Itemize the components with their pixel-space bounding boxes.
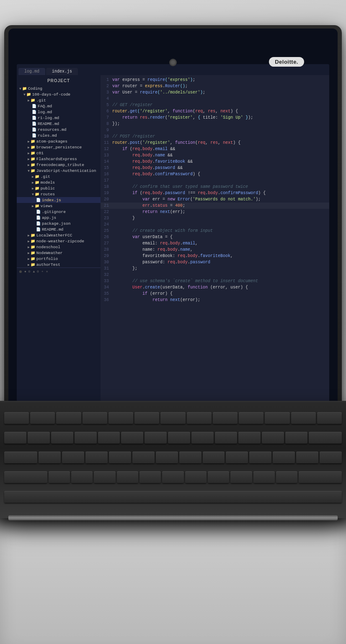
chevron-right-icon: ▶: [28, 251, 30, 255]
sidebar-item-jsauth[interactable]: ▼ 📁 JavaScript-Authentication: [17, 168, 101, 174]
key-4: [98, 432, 120, 444]
sidebar-item-readmemd2[interactable]: 📄 README.md: [17, 226, 101, 232]
sidebar-item-logmd[interactable]: 📄 log.md: [17, 109, 101, 115]
key-enter: [299, 471, 342, 483]
file-md-icon: 📄: [36, 227, 41, 232]
file-icon: 📄: [32, 122, 36, 126]
sidebar-item-public[interactable]: ▶ 📁 public: [17, 185, 101, 191]
key-i: [203, 452, 225, 463]
code-line-23: 23 }: [101, 215, 329, 221]
sidebar-item-freecodecamp[interactable]: ▶ 📁 freecodecamp_tribute: [17, 162, 101, 168]
sidebar-item-rulesmd[interactable]: 📄 rules.md: [17, 132, 101, 138]
sidebar-item-coding[interactable]: ▼ 📁 Coding: [17, 86, 101, 91]
sidebar-item-c01[interactable]: ▶ 📁 c01: [17, 150, 101, 156]
sidebar-item-label: Coding: [28, 86, 42, 91]
key-3: [75, 432, 97, 444]
chevron-right-icon: ▶: [28, 163, 30, 167]
code-line-10: 10 // POST /register: [101, 133, 329, 140]
code-line-28: 28 name: req.body.name,: [101, 247, 329, 253]
sidebar-item-label: r1-log.md: [38, 116, 59, 120]
folder-icon: 📁: [35, 192, 39, 197]
code-line-9: 9: [101, 127, 329, 133]
status-add[interactable]: +: [41, 270, 44, 273]
key-backslash: [320, 452, 342, 463]
code-line-6: 6 router.get('/register', function(req, …: [101, 108, 329, 114]
keyboard: [0, 401, 346, 518]
code-line-29: 29 favoriteBook: req.body.favoriteBook,: [101, 253, 329, 259]
folder-icon: 📁: [31, 257, 35, 261]
code-line-20: 20 var err = new Error('Passwords do not…: [101, 196, 329, 203]
sidebar-item-resourcesmd[interactable]: 📄 resources.md: [17, 127, 101, 132]
folder-icon: 📁: [31, 239, 35, 244]
sidebar-item-flashcards[interactable]: ▶ 📁 FlashcardsExpress: [17, 156, 101, 162]
sidebar-item-nodeschool[interactable]: ▶ 📁 nodeschool: [17, 244, 101, 250]
webcam-dot: [169, 59, 177, 66]
sidebar-item-git[interactable]: ▶ 📁 .git: [17, 97, 101, 103]
folder-icon: 📁: [31, 169, 35, 173]
chevron-right-icon: ▶: [28, 151, 30, 155]
folder-icon: 📁: [35, 204, 39, 208]
key-quote: [276, 471, 297, 483]
chevron-right-icon: ▶: [32, 204, 34, 208]
sidebar-item-jsgit[interactable]: ▶ 📁 .git: [17, 174, 101, 179]
status-errors: ● 0: [24, 270, 30, 273]
key-o: [226, 452, 248, 463]
key-a: [49, 471, 70, 483]
code-line-35: 35 if (error) {: [101, 291, 329, 297]
key-lbracket: [273, 452, 295, 463]
sidebar-title: Project: [17, 77, 101, 86]
file-js-icon: 📄: [36, 216, 41, 220]
sidebar-item-indexjs[interactable]: 📄 index.js: [17, 197, 101, 203]
folder-icon: 📁: [31, 151, 35, 156]
key-semicolon: [253, 471, 275, 483]
code-line-13: 13 req.body.name &&: [101, 152, 329, 158]
sidebar-item-browser[interactable]: ▶ 📁 browser_persistence: [17, 144, 101, 150]
key-backspace: [309, 432, 342, 444]
sidebar-item-localweather[interactable]: ▶ 📁 LocalWeatherFCC: [17, 232, 101, 238]
file-icon: 📄: [32, 104, 36, 109]
chevron-down-icon: ▼: [28, 169, 30, 173]
code-line-30: 30 password: req.body.password: [101, 259, 329, 265]
code-line-4: 4: [101, 96, 329, 102]
sidebar-item-authortest[interactable]: ▶ 📁 authorTest: [17, 262, 101, 267]
code-line-15: 15 req.body.password &&: [101, 165, 329, 171]
laptop-body: Deloitte. log.md index.js Project ▼ �: [4, 25, 342, 518]
folder-icon: 📁: [31, 163, 35, 167]
sidebar-item-100days[interactable]: ▼ 📁 100-days-of-code: [17, 91, 101, 97]
sidebar-item-label: views: [41, 204, 53, 208]
status-warnings: ▲ 0: [33, 270, 39, 273]
key-equals: [285, 432, 307, 444]
chevron-right-icon: ▶: [28, 239, 30, 243]
sidebar-item-readmemd[interactable]: 📄 README.md: [17, 121, 101, 127]
sidebar-item-nodeweather-zip[interactable]: ▶ 📁 node-weather-zipcode: [17, 238, 101, 244]
sidebar-item-label: FlashcardsExpress: [36, 157, 77, 161]
sidebar-item-label: nodeschool: [36, 245, 60, 249]
key-f: [117, 471, 138, 483]
key-2: [51, 432, 73, 444]
sidebar-item-faqmd[interactable]: 📄 FAQ.md: [17, 103, 101, 109]
key-row-3: [4, 449, 342, 467]
sidebar-item-atom[interactable]: ▶ 📁 atom-packages: [17, 138, 101, 144]
tab-index-js[interactable]: index.js: [46, 68, 78, 75]
sidebar-item-label: .git: [41, 174, 50, 179]
sidebar-item-label: resources.md: [38, 127, 66, 132]
key-f7: [187, 412, 212, 424]
tab-log-md[interactable]: log.md: [18, 68, 45, 75]
folder-icon: 📁: [35, 174, 39, 179]
chevron-down-icon: ▼: [23, 93, 26, 96]
status-close[interactable]: ✕: [46, 270, 48, 273]
code-line-11: 11 router.post('/register', function(req…: [101, 140, 329, 146]
file-icon: 📄: [32, 110, 36, 114]
sidebar-item-models[interactable]: ▶ 📁 models: [17, 179, 101, 185]
sidebar-item-nodeweather[interactable]: ▶ 📁 NodeWeather: [17, 250, 101, 256]
sidebar-item-portfolio[interactable]: ▶ 📁 portfolio: [17, 256, 101, 262]
sidebar-item-views[interactable]: ▶ 📁 views: [17, 203, 101, 209]
sidebar-item-appjs[interactable]: 📄 app.js: [17, 215, 101, 221]
sidebar-item-gitignore[interactable]: 📄 .gitignore: [17, 209, 101, 215]
key-9: [215, 432, 237, 444]
sidebar-item-packagejson[interactable]: 📄 package.json: [17, 221, 101, 226]
sidebar-item-routes[interactable]: ▼ 📁 routes: [17, 191, 101, 197]
key-d: [94, 471, 115, 483]
sidebar-item-r1logmd[interactable]: 📄 r1-log.md: [17, 115, 101, 121]
key-7: [168, 432, 190, 444]
